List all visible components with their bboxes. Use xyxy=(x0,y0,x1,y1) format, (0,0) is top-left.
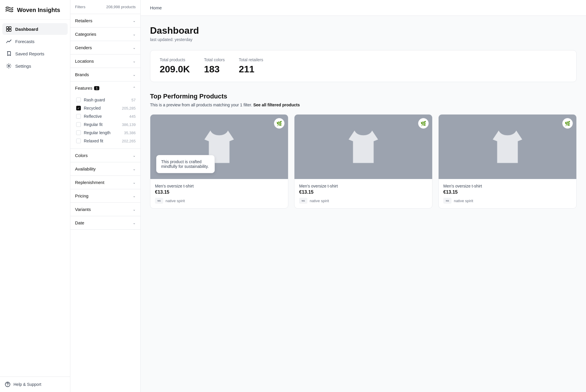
products-grid: 🌿 This product is crafted mindfully for … xyxy=(150,114,577,209)
svg-rect-2 xyxy=(6,29,8,31)
filter-availability-label: Availability xyxy=(75,166,96,171)
filter-section-features: Features 1 ⌃ Rash guard 57 ✓ Recycled 20… xyxy=(70,81,140,149)
feature-reflective[interactable]: Reflective 445 xyxy=(70,112,140,120)
feature-regular-fit-checkbox[interactable] xyxy=(76,122,81,127)
product-image-2: 🌿 xyxy=(294,115,432,179)
filter-replenishment-label: Replenishment xyxy=(75,180,104,185)
feature-recycled-count: 205,285 xyxy=(122,106,136,110)
chevron-down-icon: ⌄ xyxy=(133,194,136,198)
sidebar-item-saved-reports[interactable]: Saved Reports xyxy=(2,48,68,59)
help-support-label: Help & Support xyxy=(13,382,41,387)
feature-regular-fit-left: Regular fit xyxy=(76,122,103,127)
feature-rash-guard[interactable]: Rash guard 57 xyxy=(70,96,140,104)
feature-rash-guard-checkbox[interactable] xyxy=(76,98,81,102)
product-tooltip: This product is crafted mindfully for su… xyxy=(156,155,215,173)
product-card-3[interactable]: 🌿 Men's oversize t-shirt €13.15 NS nativ… xyxy=(438,114,577,209)
feature-reflective-left: Reflective xyxy=(76,114,102,119)
feature-reflective-checkbox[interactable] xyxy=(76,114,81,119)
feature-regular-length-left: Regular length xyxy=(76,130,110,135)
product-card-2[interactable]: 🌿 Men's oversize t-shirt €13.15 NS nativ… xyxy=(294,114,432,209)
filter-section-categories-header[interactable]: Categories ⌄ xyxy=(70,28,140,41)
filter-section-locations-header[interactable]: Locations ⌄ xyxy=(70,54,140,68)
leaf-icon: 🌿 xyxy=(420,121,426,126)
filter-section-availability-header[interactable]: Availability ⌄ xyxy=(70,162,140,175)
filter-section-availability: Availability ⌄ xyxy=(70,162,140,176)
forecasts-icon xyxy=(6,38,12,44)
filter-section-brands-header[interactable]: Brands ⌄ xyxy=(70,68,140,81)
filter-section-variants-header[interactable]: Variants ⌄ xyxy=(70,203,140,216)
feature-relaxed-fit-count: 202,265 xyxy=(122,139,136,143)
feature-relaxed-fit-checkbox[interactable] xyxy=(76,139,81,143)
filter-section-date-header[interactable]: Date ⌄ xyxy=(70,216,140,229)
feature-regular-fit-count: 386,139 xyxy=(122,122,136,127)
features-badge: 1 xyxy=(94,86,99,90)
filter-section-genders-header[interactable]: Genders ⌄ xyxy=(70,41,140,54)
filter-section-categories: Categories ⌄ xyxy=(70,28,140,41)
filter-section-replenishment: Replenishment ⌄ xyxy=(70,176,140,189)
feature-recycled-checkbox[interactable]: ✓ xyxy=(76,106,81,110)
logo-icon xyxy=(5,5,14,15)
filter-panel: Filters 208,998 products Retailers ⌄ Cat… xyxy=(70,0,141,392)
feature-regular-length-checkbox[interactable] xyxy=(76,130,81,135)
filter-section-colors-header[interactable]: Colors ⌄ xyxy=(70,149,140,162)
filter-section-pricing-header[interactable]: Pricing ⌄ xyxy=(70,189,140,202)
product-name-3: Men's oversize t-shirt xyxy=(443,184,572,188)
feature-rash-guard-label: Rash guard xyxy=(84,98,105,102)
filter-section-replenishment-header[interactable]: Replenishment ⌄ xyxy=(70,176,140,189)
svg-point-6 xyxy=(7,386,8,386)
feature-reflective-count: 445 xyxy=(129,114,136,119)
retailer-logo-1: NS xyxy=(155,198,163,204)
chevron-up-icon: ⌃ xyxy=(133,86,136,90)
feature-regular-fit-label: Regular fit xyxy=(84,122,103,127)
sidebar-item-dashboard[interactable]: Dashboard xyxy=(2,23,68,35)
product-image-3: 🌿 xyxy=(439,115,576,179)
chevron-down-icon: ⌄ xyxy=(133,221,136,225)
filter-section-retailers: Retailers ⌄ xyxy=(70,14,140,28)
feature-regular-length[interactable]: Regular length 35,386 xyxy=(70,129,140,137)
stat-total-retailers-label: Total retailers xyxy=(239,57,263,62)
filter-section-variants: Variants ⌄ xyxy=(70,203,140,216)
features-items: Rash guard 57 ✓ Recycled 205,285 Reflect… xyxy=(70,95,140,149)
filter-section-pricing: Pricing ⌄ xyxy=(70,189,140,203)
retailer-logo-2: NS xyxy=(299,198,307,204)
filter-brands-label: Brands xyxy=(75,72,89,77)
sustainability-badge-1: 🌿 xyxy=(274,118,285,129)
section-desc-text: This is a preview from all products matc… xyxy=(150,103,252,107)
filter-pricing-label: Pricing xyxy=(75,193,88,198)
stat-total-retailers-value: 211 xyxy=(239,64,263,75)
product-card-1[interactable]: 🌿 This product is crafted mindfully for … xyxy=(150,114,288,209)
chevron-down-icon: ⌄ xyxy=(133,167,136,171)
sidebar-item-settings[interactable]: Settings xyxy=(2,60,68,72)
chevron-down-icon: ⌄ xyxy=(133,59,136,63)
filter-section-locations: Locations ⌄ xyxy=(70,54,140,68)
feature-regular-length-label: Regular length xyxy=(84,130,110,135)
feature-recycled[interactable]: ✓ Recycled 205,285 xyxy=(70,104,140,112)
filter-section-features-header[interactable]: Features 1 ⌃ xyxy=(70,81,140,95)
feature-reflective-label: Reflective xyxy=(84,114,102,119)
filter-section-colors: Colors ⌄ xyxy=(70,149,140,162)
filter-features-label: Features xyxy=(75,86,92,91)
feature-relaxed-fit[interactable]: Relaxed fit 202,265 xyxy=(70,137,140,145)
product-price-3: €13.15 xyxy=(443,190,572,195)
feature-regular-fit[interactable]: Regular fit 386,139 xyxy=(70,120,140,129)
product-image-1: 🌿 This product is crafted mindfully for … xyxy=(150,115,288,179)
help-support-item[interactable]: Help & Support xyxy=(5,381,65,387)
see-all-link[interactable]: See all filtered products xyxy=(253,103,300,107)
stat-total-products-label: Total products xyxy=(160,57,190,62)
dashboard-icon xyxy=(6,26,12,32)
sidebar-item-forecasts-label: Forecasts xyxy=(15,39,35,44)
product-info-3: Men's oversize t-shirt €13.15 NS native … xyxy=(439,179,576,208)
filter-section-retailers-header[interactable]: Retailers ⌄ xyxy=(70,14,140,27)
chevron-down-icon: ⌄ xyxy=(133,207,136,212)
filter-locations-label: Locations xyxy=(75,59,94,64)
section-title: Top Performing Products xyxy=(150,93,577,100)
filter-section-genders: Genders ⌄ xyxy=(70,41,140,54)
sustainability-badge-2: 🌿 xyxy=(418,118,429,129)
retailer-name-2: native spirit xyxy=(310,199,329,203)
sidebar-item-settings-label: Settings xyxy=(15,64,31,69)
sustainability-badge-3: 🌿 xyxy=(562,118,573,129)
top-nav: Home xyxy=(141,0,586,16)
sidebar-item-forecasts[interactable]: Forecasts xyxy=(2,35,68,47)
stat-total-products-value: 209.0K xyxy=(160,64,190,75)
svg-rect-0 xyxy=(6,27,8,29)
